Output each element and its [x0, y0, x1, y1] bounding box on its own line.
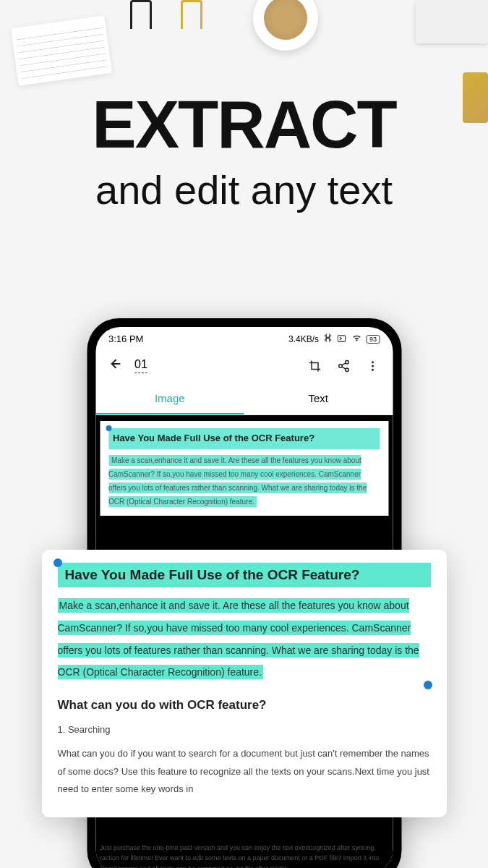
keyboard-decoration [416, 0, 488, 43]
binder-clip-gold [181, 0, 202, 29]
selection-handle-end[interactable] [424, 681, 432, 689]
phone-status-bar: 3:16 PM 3.4KB/s 93 [95, 327, 393, 348]
crop-icon[interactable] [307, 359, 322, 373]
status-data-rate: 3.4KB/s [288, 334, 319, 344]
headline-subtitle: and edit any text [0, 166, 488, 213]
wifi-icon [352, 333, 362, 344]
svg-point-3 [345, 368, 348, 372]
marketing-headline: EXTRACT and edit any text [0, 87, 488, 213]
svg-point-4 [372, 361, 374, 363]
gold-object-decoration [463, 72, 488, 123]
selection-handle-start[interactable] [53, 558, 62, 567]
view-tabs: Image Text [95, 383, 393, 415]
text-extraction-popup: Have You Made Full Use of the OCR Featur… [42, 550, 447, 817]
battery-icon: 93 [367, 335, 380, 344]
share-icon[interactable] [336, 359, 351, 373]
popup-section-title: What can you do with OCR feature? [58, 698, 431, 712]
headline-title: EXTRACT [0, 87, 488, 163]
svg-point-6 [372, 368, 374, 370]
popup-item-text: What can you do if you want to search fo… [58, 745, 431, 799]
app-header: 01 [95, 348, 393, 383]
scanned-document-page[interactable]: Have You Made Full Use of the OCR Featur… [100, 421, 388, 516]
popup-intro-highlighted[interactable]: Make a scan,enhance it and save it. Are … [58, 598, 419, 679]
notepad-decoration [11, 15, 112, 85]
status-time: 3:16 PM [108, 333, 143, 344]
desk-background [0, 0, 488, 87]
page-number-input[interactable]: 01 [134, 358, 147, 373]
popup-item-label: 1. Searching [58, 721, 431, 739]
tab-image[interactable]: Image [95, 383, 244, 414]
doc-title-highlighted[interactable]: Have You Made Full Use of the OCR Featur… [108, 428, 380, 449]
svg-point-5 [372, 365, 374, 367]
back-button[interactable] [108, 357, 123, 375]
tab-text[interactable]: Text [244, 383, 393, 414]
sim-icon [338, 334, 348, 344]
vibrate-icon [323, 333, 333, 345]
binder-clip-black [130, 0, 152, 29]
doc-bottom-text: Just purchase the one-time paid version … [100, 843, 388, 868]
svg-point-2 [338, 364, 342, 367]
svg-point-1 [345, 360, 348, 364]
doc-intro-highlighted[interactable]: Make a scan,enhance it and save it. Are … [108, 455, 367, 507]
popup-title-highlighted[interactable]: Have You Made Full Use of the OCR Featur… [58, 563, 431, 587]
more-menu-icon[interactable] [365, 359, 380, 373]
coffee-cup-decoration [253, 0, 318, 51]
